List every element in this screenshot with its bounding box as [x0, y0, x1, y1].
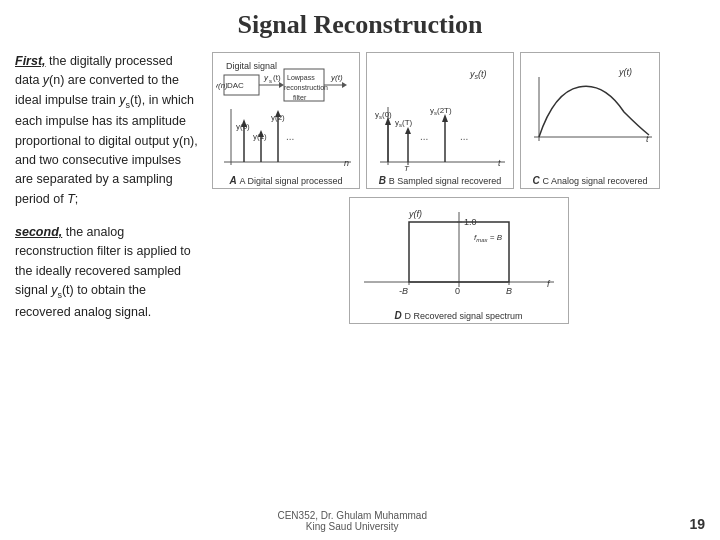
- svg-text:T: T: [404, 164, 410, 172]
- svg-text:fmax = B: fmax = B: [474, 233, 503, 243]
- top-diagrams-row: Digital signal DAC Lowpass reconstructio…: [212, 52, 705, 189]
- svg-text:y(2): y(2): [271, 113, 285, 122]
- page-title: Signal Reconstruction: [15, 10, 705, 40]
- svg-text:n: n: [344, 158, 349, 168]
- svg-text:ys(0): ys(0): [375, 110, 392, 120]
- diagram-B: ... ... t T ys(0) ys(T): [366, 52, 514, 189]
- diagram-C-label: C C Analog signal recovered: [532, 175, 647, 186]
- bottom-diagrams-row: 1.0 -B 0 B f fmax = B: [212, 197, 705, 324]
- svg-text:Lowpass: Lowpass: [287, 74, 315, 82]
- svg-text:reconstruction: reconstruction: [284, 84, 328, 91]
- svg-text:t: t: [498, 158, 501, 168]
- svg-text:ys(T): ys(T): [395, 118, 413, 128]
- diagram-C: t y(t) C C Analog signal recovered: [520, 52, 660, 189]
- diagram-A: Digital signal DAC Lowpass reconstructio…: [212, 52, 360, 189]
- paragraph-1: First, the digitally processed data y(n)…: [15, 52, 200, 209]
- svg-text:ys(t): ys(t): [469, 69, 487, 80]
- second-label: second,: [15, 225, 62, 239]
- svg-marker-10: [342, 82, 347, 88]
- diagram-D-label: D D Recovered signal spectrum: [394, 310, 522, 321]
- svg-text:...: ...: [420, 131, 428, 142]
- diagram-A-svg: Digital signal DAC Lowpass reconstructio…: [216, 57, 356, 172]
- diagram-A-label: A A Digital signal processed: [229, 175, 342, 186]
- svg-text:y(t): y(t): [618, 67, 632, 77]
- svg-text:...: ...: [286, 131, 294, 142]
- footer-credit: CEN352, Dr. Ghulam Muhammad King Saud Un…: [277, 510, 427, 532]
- svg-text:(t): (t): [273, 73, 281, 82]
- svg-text:y(f): y(f): [408, 209, 422, 219]
- svg-text:y(n): y(n): [216, 81, 228, 90]
- diagram-B-label: B B Sampled signal recovered: [379, 175, 502, 186]
- paragraph-2: second, the analog reconstruction filter…: [15, 223, 200, 322]
- diagram-B-svg: ... ... t T ys(0) ys(T): [370, 57, 510, 172]
- svg-text:filter: filter: [293, 94, 307, 101]
- svg-text:B: B: [506, 286, 512, 296]
- diagrams-area: Digital signal DAC Lowpass reconstructio…: [212, 52, 705, 336]
- svg-text:Digital signal: Digital signal: [226, 61, 277, 71]
- diagram-D: 1.0 -B 0 B f fmax = B: [349, 197, 569, 324]
- first-label: First,: [15, 54, 46, 68]
- svg-text:0: 0: [455, 286, 460, 296]
- paragraph-1-body: the digitally processed data y(n) are co…: [15, 54, 198, 206]
- svg-text:f: f: [547, 279, 551, 289]
- svg-text:y(0): y(0): [236, 122, 250, 131]
- svg-marker-34: [405, 127, 411, 134]
- svg-text:y(t): y(t): [330, 73, 343, 82]
- svg-marker-37: [442, 114, 448, 122]
- svg-text:1.0: 1.0: [464, 217, 477, 227]
- footer-page-number: 19: [689, 516, 705, 532]
- svg-text:-B: -B: [399, 286, 408, 296]
- paragraph-2-body: the analog reconstruction filter is appl…: [15, 225, 191, 319]
- footer: CEN352, Dr. Ghulam Muhammad King Saud Un…: [0, 510, 720, 532]
- svg-text:...: ...: [460, 131, 468, 142]
- diagram-C-svg: t y(t): [524, 57, 656, 172]
- svg-text:DAC: DAC: [227, 81, 244, 90]
- svg-text:ys(2T): ys(2T): [430, 106, 452, 116]
- diagram-D-svg: 1.0 -B 0 B f fmax = B: [354, 202, 564, 307]
- svg-text:s: s: [269, 78, 272, 84]
- svg-text:y(1): y(1): [253, 132, 267, 141]
- left-text-column: First, the digitally processed data y(n)…: [15, 52, 200, 336]
